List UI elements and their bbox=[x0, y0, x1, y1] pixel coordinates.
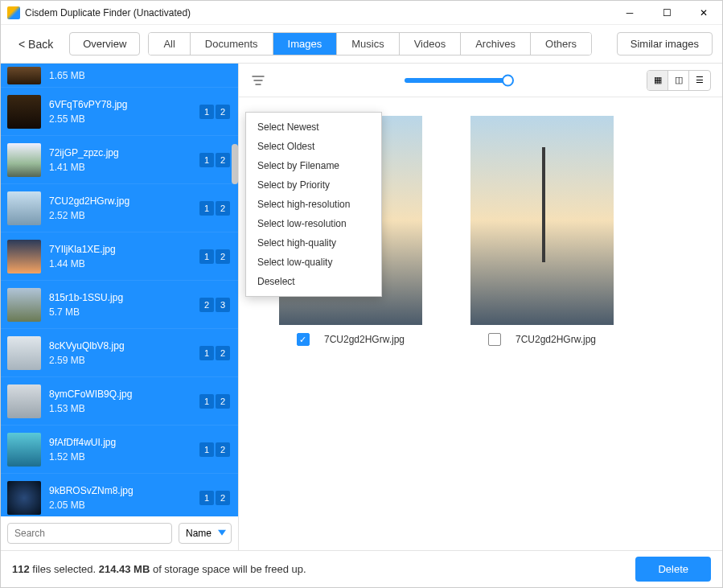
status-size: 214.43 MB bbox=[99, 563, 150, 575]
titlebar: Cisdem Duplicate Finder (Unactivated) ─ … bbox=[1, 1, 722, 25]
duplicate-badge: 2 bbox=[216, 442, 230, 457]
preview-checkbox[interactable] bbox=[297, 333, 310, 346]
file-thumbnail bbox=[7, 67, 41, 84]
duplicate-badge: 2 bbox=[216, 394, 230, 409]
sort-select[interactable]: Name bbox=[179, 523, 232, 544]
sort-label: Name bbox=[186, 528, 212, 539]
duplicate-badge: 2 bbox=[216, 249, 230, 264]
duplicate-badge: 1 bbox=[199, 201, 214, 216]
back-button[interactable]: < Back bbox=[10, 33, 61, 56]
status-count: 112 bbox=[12, 563, 30, 575]
preview-filename: 7CU2gd2HGrw.jpg bbox=[516, 334, 596, 345]
window-title: Cisdem Duplicate Finder (Unactivated) bbox=[25, 7, 611, 19]
content-pane: ▦ ◫ ☰ Select NewestSelect OldestSelect b… bbox=[239, 64, 722, 550]
preview-filename: 7CU2gd2HGrw.jpg bbox=[324, 334, 405, 345]
zoom-slider[interactable] bbox=[405, 78, 509, 83]
file-row[interactable]: 6VFqT6vPY78.jpg2.55 MB12 bbox=[1, 88, 238, 136]
filter-menu-icon[interactable] bbox=[250, 72, 266, 88]
app-icon bbox=[7, 6, 20, 19]
file-thumbnail bbox=[7, 143, 41, 177]
file-row[interactable]: 815r1b-1SSU.jpg5.7 MB23 bbox=[1, 281, 238, 329]
file-row[interactable]: 72ijGP_zpzc.jpg1.41 MB12 bbox=[1, 136, 238, 184]
file-thumbnail bbox=[7, 384, 41, 418]
status-text: 112 files selected. 214.43 MB of storage… bbox=[12, 563, 306, 575]
close-button[interactable]: ✕ bbox=[685, 1, 722, 25]
duplicate-badge: 1 bbox=[199, 105, 214, 119]
duplicate-badge: 2 bbox=[216, 491, 230, 505]
overview-button[interactable]: Overview bbox=[69, 32, 140, 56]
tab-musics[interactable]: Musics bbox=[337, 33, 399, 55]
tab-images[interactable]: Images bbox=[273, 33, 338, 55]
zoom-slider-wrap bbox=[276, 78, 637, 83]
menu-item-select-high-quality[interactable]: Select high-quality bbox=[246, 233, 381, 253]
file-row[interactable]: 9kBROSvZNm8.jpg2.05 MB12 bbox=[1, 474, 238, 516]
selection-context-menu: Select NewestSelect OldestSelect by File… bbox=[245, 112, 382, 297]
file-row[interactable]: 9fAfDff4wUI.jpg1.52 MB12 bbox=[1, 426, 238, 474]
file-list[interactable]: 1.65 MB6VFqT6vPY78.jpg2.55 MB1272ijGP_zp… bbox=[1, 64, 238, 516]
duplicate-badge: 2 bbox=[216, 201, 230, 216]
maximize-button[interactable]: ☐ bbox=[648, 1, 685, 25]
menu-item-deselect[interactable]: Deselect bbox=[246, 272, 381, 291]
file-thumbnail bbox=[7, 95, 41, 129]
duplicate-badge: 2 bbox=[216, 105, 230, 119]
file-thumbnail bbox=[7, 336, 41, 370]
search-row: Name bbox=[1, 516, 238, 550]
file-size: 1.65 MB bbox=[49, 70, 232, 81]
menu-item-select-oldest[interactable]: Select Oldest bbox=[246, 137, 381, 156]
tab-archives[interactable]: Archives bbox=[461, 33, 531, 55]
file-thumbnail bbox=[7, 433, 41, 467]
duplicate-badge: 1 bbox=[199, 442, 214, 457]
menu-item-select-low-quality[interactable]: Select low-quality bbox=[246, 253, 381, 272]
menu-item-select-newest[interactable]: Select Newest bbox=[246, 117, 381, 137]
preview-image[interactable] bbox=[470, 116, 614, 325]
toolbar: < Back Overview AllDocumentsImagesMusics… bbox=[1, 25, 722, 64]
preview-card: 7CU2gd2HGrw.jpg bbox=[470, 116, 614, 346]
file-thumbnail bbox=[7, 481, 41, 515]
category-tabs: AllDocumentsImagesMusicsVideosArchivesOt… bbox=[148, 32, 592, 56]
preview-area: Select NewestSelect OldestSelect by File… bbox=[239, 97, 722, 550]
file-row[interactable]: 7YIljKla1XE.jpg1.44 MB12 bbox=[1, 232, 238, 281]
duplicate-badge: 1 bbox=[199, 491, 214, 505]
file-thumbnail bbox=[7, 240, 41, 273]
tab-others[interactable]: Others bbox=[531, 33, 591, 55]
tab-all[interactable]: All bbox=[149, 33, 190, 55]
status-bar: 112 files selected. 214.43 MB of storage… bbox=[1, 550, 722, 587]
file-row[interactable]: 1.65 MB bbox=[1, 64, 238, 88]
zoom-slider-handle[interactable] bbox=[502, 74, 514, 86]
menu-item-select-low-resolution[interactable]: Select low-resolution bbox=[246, 214, 381, 233]
file-thumbnail bbox=[7, 288, 41, 322]
duplicate-badge: 1 bbox=[199, 153, 214, 167]
duplicate-badge: 1 bbox=[199, 394, 214, 409]
preview-checkbox[interactable] bbox=[488, 333, 501, 346]
delete-button[interactable]: Delete bbox=[635, 557, 711, 582]
search-input[interactable] bbox=[7, 523, 172, 544]
tab-videos[interactable]: Videos bbox=[400, 33, 462, 55]
menu-item-select-by-filename[interactable]: Select by Filename bbox=[246, 156, 381, 175]
minimize-button[interactable]: ─ bbox=[611, 1, 648, 25]
menu-item-select-by-priority[interactable]: Select by Priority bbox=[246, 175, 381, 195]
view-compare-icon[interactable]: ◫ bbox=[668, 71, 689, 90]
duplicate-badge: 2 bbox=[199, 298, 214, 312]
window-controls: ─ ☐ ✕ bbox=[611, 1, 722, 25]
file-row[interactable]: 8cKVyuQlbV8.jpg2.59 MB12 bbox=[1, 329, 238, 377]
view-list-icon[interactable]: ☰ bbox=[689, 71, 710, 90]
scrollbar-thumb[interactable] bbox=[232, 144, 238, 184]
duplicate-badge: 1 bbox=[199, 346, 214, 360]
similar-images-button[interactable]: Similar images bbox=[617, 32, 713, 56]
main-area: 1.65 MB6VFqT6vPY78.jpg2.55 MB1272ijGP_zp… bbox=[1, 64, 722, 550]
duplicate-badge: 3 bbox=[216, 298, 230, 312]
sidebar: 1.65 MB6VFqT6vPY78.jpg2.55 MB1272ijGP_zp… bbox=[1, 64, 239, 550]
view-mode-group: ▦ ◫ ☰ bbox=[647, 70, 711, 91]
duplicate-badge: 1 bbox=[199, 249, 214, 264]
duplicate-badge: 2 bbox=[216, 153, 230, 167]
file-thumbnail bbox=[7, 191, 41, 225]
menu-item-select-high-resolution[interactable]: Select high-resolution bbox=[246, 195, 381, 214]
tab-documents[interactable]: Documents bbox=[191, 33, 273, 55]
view-grid-icon[interactable]: ▦ bbox=[647, 71, 668, 90]
duplicate-badge: 2 bbox=[216, 346, 230, 360]
content-toolbar: ▦ ◫ ☰ bbox=[239, 64, 722, 97]
file-row[interactable]: 8ymCFoWIB9Q.jpg1.53 MB12 bbox=[1, 377, 238, 426]
file-row[interactable]: 7CU2gd2HGrw.jpg2.52 MB12 bbox=[1, 184, 238, 232]
